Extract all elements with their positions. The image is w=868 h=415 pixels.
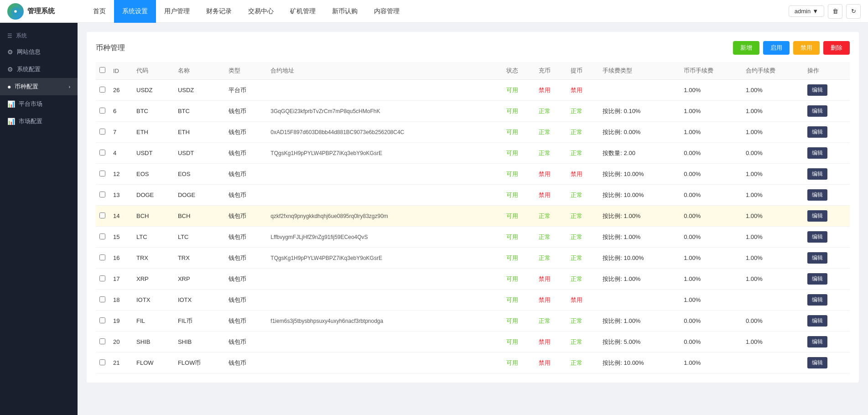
row-checkbox-7[interactable]: [99, 233, 105, 239]
cell-code: DOGE: [133, 185, 174, 206]
edit-button-7[interactable]: 编辑: [807, 231, 827, 243]
edit-button-13[interactable]: 编辑: [807, 357, 827, 368]
sidebar-item-market-config[interactable]: 📊 市场配置: [0, 113, 78, 130]
row-checkbox-5[interactable]: [99, 192, 105, 197]
edit-button-12[interactable]: 编辑: [807, 336, 827, 348]
cell-withdraw: 正常: [567, 269, 599, 290]
nav-content[interactable]: 内容管理: [366, 0, 408, 23]
cell-coin-fee: 1.00%: [680, 101, 742, 122]
row-checkbox-11[interactable]: [99, 317, 105, 323]
nav-home[interactable]: 首页: [85, 0, 114, 23]
cell-action: 编辑: [804, 290, 850, 311]
row-checkbox-4[interactable]: [99, 171, 105, 176]
row-checkbox-2[interactable]: [99, 129, 105, 135]
cell-type: 钱包币: [225, 269, 267, 290]
edit-button-3[interactable]: 编辑: [807, 147, 827, 159]
cell-name: SHIB: [174, 332, 225, 353]
edit-button-5[interactable]: 编辑: [807, 189, 827, 201]
cell-id: 13: [109, 185, 133, 206]
cell-charge: 禁用: [535, 332, 567, 353]
row-checkbox-cell: [96, 164, 109, 185]
app: 管理系统 首页 系统设置 用户管理 财务记录 交易中心 矿机管理 新币认购 内容…: [0, 0, 868, 415]
cell-fee-type: 按比例: 0.10%: [599, 101, 680, 122]
table-row: 26 USDZ USDZ 平台币 可用 禁用 禁用 1.00% 1.00% 编辑: [96, 80, 850, 101]
edit-button-9[interactable]: 编辑: [807, 273, 827, 285]
edit-button-10[interactable]: 编辑: [807, 294, 827, 306]
col-fee-type: 手续费类型: [599, 62, 680, 80]
row-checkbox-cell: [96, 248, 109, 269]
refresh-icon-btn[interactable]: ↻: [846, 4, 861, 19]
dropdown-arrow-icon: ▼: [812, 8, 818, 15]
row-checkbox-6[interactable]: [99, 213, 105, 218]
nav-new-coin[interactable]: 新币认购: [324, 0, 366, 23]
cell-withdraw: 正常: [567, 248, 599, 269]
cell-id: 4: [109, 143, 133, 164]
nav-trading[interactable]: 交易中心: [240, 0, 282, 23]
select-all-checkbox[interactable]: [99, 67, 105, 73]
admin-dropdown[interactable]: admin ▼: [789, 5, 824, 17]
cell-fee-type: 按比例: 1.00%: [599, 227, 680, 248]
edit-button-1[interactable]: 编辑: [807, 105, 827, 117]
cell-coin-fee: 1.00%: [680, 122, 742, 143]
add-button[interactable]: 新增: [733, 41, 759, 55]
delete-button[interactable]: 删除: [823, 41, 850, 55]
table-header: ID 代码 名称 类型 合约地址 状态 充币 提币 手续费类型 币币手续费 合约…: [96, 62, 850, 80]
nav-mining[interactable]: 矿机管理: [282, 0, 324, 23]
row-checkbox-0[interactable]: [99, 87, 105, 93]
enable-button[interactable]: 启用: [763, 41, 790, 55]
cell-id: 15: [109, 227, 133, 248]
cell-fee-type: 按比例: 1.00%: [599, 311, 680, 332]
row-checkbox-3[interactable]: [99, 150, 105, 156]
row-checkbox-12[interactable]: [99, 338, 105, 344]
cell-name: USDT: [174, 143, 225, 164]
cell-charge: 正常: [535, 101, 567, 122]
sidebar-item-label: 市场配置: [19, 117, 42, 125]
cell-code: BCH: [133, 206, 174, 227]
cell-withdraw: 禁用: [567, 290, 599, 311]
nav-finance[interactable]: 财务记录: [198, 0, 240, 23]
cell-code: FIL: [133, 311, 174, 332]
cell-contract: TQgsKg1H9pPYLW4PBPZ7iKq3ebY9oKGsrE: [267, 248, 503, 269]
cell-withdraw: 正常: [567, 227, 599, 248]
row-checkbox-1[interactable]: [99, 108, 105, 114]
cell-name: TRX: [174, 248, 225, 269]
sidebar-item-website-info[interactable]: ⚙ 网站信息: [0, 43, 78, 61]
col-name: 名称: [174, 62, 225, 80]
row-checkbox-8[interactable]: [99, 254, 105, 260]
table-row: 13 DOGE DOGE 钱包币 可用 禁用 正常 按比例: 10.00% 0.…: [96, 185, 850, 206]
row-checkbox-10[interactable]: [99, 296, 105, 302]
disable-button[interactable]: 禁用: [793, 41, 820, 55]
cell-action: 编辑: [804, 332, 850, 353]
cell-fee-type: [599, 290, 680, 311]
row-checkbox-9[interactable]: [99, 275, 105, 281]
edit-button-11[interactable]: 编辑: [807, 315, 827, 327]
edit-button-4[interactable]: 编辑: [807, 168, 827, 180]
cell-action: 编辑: [804, 248, 850, 269]
delete-icon-btn[interactable]: 🗑: [828, 4, 842, 19]
cell-code: TRX: [133, 248, 174, 269]
row-checkbox-13[interactable]: [99, 359, 105, 365]
nav-user-management[interactable]: 用户管理: [156, 0, 198, 23]
cell-contract: [267, 332, 503, 353]
sidebar-item-label: 币种配置: [15, 83, 38, 91]
table-row: 15 LTC LTC 钱包币 LffbvygmFJLjHfZ9nZg91fij5…: [96, 227, 850, 248]
sidebar-item-platform-market[interactable]: 📊 平台市场: [0, 95, 78, 113]
cell-status: 可用: [503, 206, 535, 227]
edit-button-0[interactable]: 编辑: [807, 84, 827, 96]
edit-button-6[interactable]: 编辑: [807, 210, 827, 222]
cell-coin-fee: 1.00%: [680, 353, 742, 374]
edit-button-2[interactable]: 编辑: [807, 126, 827, 138]
cell-id: 12: [109, 164, 133, 185]
cell-action: 编辑: [804, 269, 850, 290]
cell-code: FLOW: [133, 353, 174, 374]
table-row: 19 FIL FIL币 钱包币 f1iem6s3j5tbysbhpsuxy4ux…: [96, 311, 850, 332]
cell-type: 平台币: [225, 80, 267, 101]
coin-table: ID 代码 名称 类型 合约地址 状态 充币 提币 手续费类型 币币手续费 合约…: [96, 62, 850, 374]
sidebar-item-system-config[interactable]: ⚙ 系统配置: [0, 61, 78, 78]
nav-system-settings[interactable]: 系统设置: [114, 0, 156, 23]
col-coin-fee: 币币手续费: [680, 62, 742, 80]
cell-code: LTC: [133, 227, 174, 248]
sidebar-item-coin-config[interactable]: ● 币种配置 ›: [0, 78, 78, 95]
edit-button-8[interactable]: 编辑: [807, 252, 827, 264]
cell-coin-fee: 0.00%: [680, 332, 742, 353]
